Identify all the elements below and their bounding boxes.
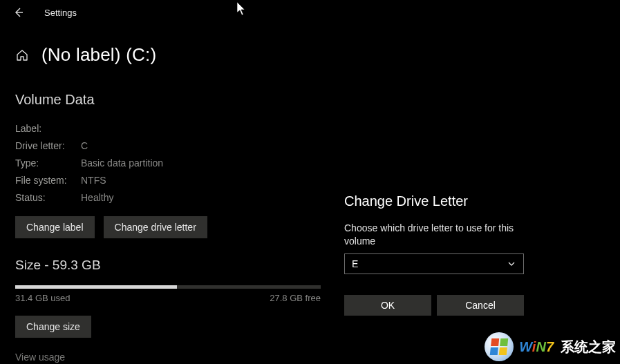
view-usage-link[interactable]: View usage <box>15 352 65 363</box>
kv-key: Label: <box>15 120 81 137</box>
usage-labels: 31.4 GB used 27.8 GB free <box>15 293 321 303</box>
usage-bar-fill <box>15 285 177 289</box>
kv-key: Status: <box>15 189 81 207</box>
kv-val: C <box>81 137 88 155</box>
kv-key: File system: <box>15 172 81 189</box>
kv-key: Type: <box>15 155 81 172</box>
kv-val: Basic data partition <box>81 155 163 172</box>
page-title: (No label) (C:) <box>41 44 156 66</box>
cancel-button[interactable]: Cancel <box>437 295 524 316</box>
free-label: 27.8 GB free <box>270 293 321 303</box>
volume-data-heading: Volume Data <box>15 92 605 108</box>
topbar: Settings <box>0 0 620 25</box>
change-drive-letter-dialog: Change Drive Letter Choose which drive l… <box>330 193 538 316</box>
kv-key: Drive letter: <box>15 137 81 155</box>
kv-type: Type: Basic data partition <box>15 155 605 172</box>
change-drive-letter-button[interactable]: Change drive letter <box>104 216 207 238</box>
drive-letter-select[interactable]: E <box>344 253 524 274</box>
kv-val: NTFS <box>81 172 106 189</box>
watermark: WiN7系统之家 <box>485 332 616 361</box>
topbar-title: Settings <box>44 8 77 18</box>
kv-drive-letter: Drive letter: C <box>15 137 605 155</box>
watermark-logo-icon <box>485 332 514 361</box>
back-icon[interactable] <box>12 6 25 19</box>
watermark-brand: WiN7 <box>519 339 554 355</box>
kv-label: Label: <box>15 120 605 137</box>
home-icon[interactable] <box>15 48 29 62</box>
kv-file-system: File system: NTFS <box>15 172 605 189</box>
dialog-text: Choose which drive letter to use for thi… <box>330 222 538 248</box>
chevron-down-icon <box>507 259 516 269</box>
dialog-buttons: OK Cancel <box>330 295 538 316</box>
select-value: E <box>352 258 358 269</box>
used-label: 31.4 GB used <box>15 293 71 303</box>
watermark-rest: 系统之家 <box>561 338 616 356</box>
ok-button[interactable]: OK <box>344 295 431 316</box>
dialog-title: Change Drive Letter <box>330 193 538 209</box>
usage-bar <box>15 285 321 289</box>
change-size-button[interactable]: Change size <box>15 316 91 338</box>
change-label-button[interactable]: Change label <box>15 216 95 238</box>
kv-val: Healthy <box>81 189 113 207</box>
title-row: (No label) (C:) <box>15 44 605 66</box>
